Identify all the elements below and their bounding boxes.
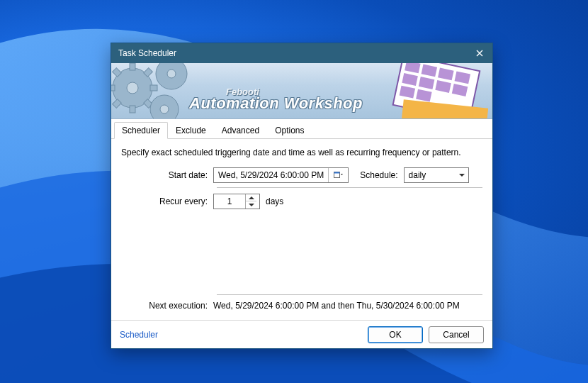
svg-point-11: [167, 70, 176, 78]
calendar-icon: [383, 63, 492, 119]
recur-unit: days: [266, 196, 283, 206]
spin-down-button[interactable]: [246, 201, 256, 209]
brand-text: Febooti Automation Workshop: [189, 87, 363, 113]
schedule-label: Schedule:: [360, 170, 397, 180]
tab-exclude[interactable]: Exclude: [168, 122, 214, 139]
cancel-button[interactable]: Cancel: [429, 326, 484, 343]
help-link[interactable]: Scheduler: [120, 330, 158, 340]
next-execution-label: Next execution:: [121, 301, 213, 311]
dialog-footer: Scheduler OK Cancel: [111, 320, 492, 348]
next-execution-row: Next execution: Wed, 5/29/2024 6:00:00 P…: [121, 301, 482, 311]
tab-scheduler[interactable]: Scheduler: [114, 122, 168, 139]
dialog-banner: Febooti Automation Workshop: [111, 63, 492, 119]
task-scheduler-dialog: Task Scheduler: [111, 43, 493, 349]
start-date-label: Start date:: [121, 170, 213, 180]
ok-button[interactable]: OK: [368, 326, 423, 343]
schedule-combo[interactable]: daily: [404, 167, 469, 183]
recur-spinner[interactable]: [213, 194, 260, 209]
svg-point-13: [160, 105, 169, 113]
start-date-picker[interactable]: Wed, 5/29/2024 6:00:00 PM: [213, 167, 349, 183]
calendar-dropdown-icon: [334, 171, 344, 179]
chevron-down-icon: [249, 204, 254, 206]
recur-label: Recur every:: [121, 196, 213, 206]
close-icon: [476, 50, 483, 57]
start-date-row: Start date: Wed, 5/29/2024 6:00:00 PM Sc…: [121, 167, 482, 183]
svg-point-1: [127, 82, 138, 94]
svg-rect-3: [130, 106, 135, 113]
separator: [217, 187, 482, 188]
tab-content: Specify exact scheduled triggering date …: [111, 139, 492, 315]
svg-rect-4: [111, 85, 115, 91]
date-dropdown-button[interactable]: [328, 168, 348, 182]
chevron-up-icon: [249, 196, 254, 199]
recur-input[interactable]: [214, 196, 245, 206]
spacer: [121, 213, 482, 292]
tab-advanced[interactable]: Advanced: [214, 122, 267, 139]
tab-options[interactable]: Options: [267, 122, 312, 139]
separator: [217, 294, 482, 295]
svg-rect-5: [150, 85, 157, 91]
svg-rect-27: [334, 172, 339, 174]
start-date-value[interactable]: Wed, 5/29/2024 6:00:00 PM: [214, 170, 328, 180]
tab-description: Specify exact scheduled triggering date …: [121, 148, 482, 157]
next-execution-value: Wed, 5/29/2024 6:00:00 PM and then Thu, …: [213, 301, 460, 311]
close-button[interactable]: [471, 46, 488, 60]
schedule-value: daily: [405, 170, 456, 180]
spin-up-button[interactable]: [246, 194, 256, 201]
tab-strip: Scheduler Exclude Advanced Options: [111, 119, 492, 139]
recur-row: Recur every: days: [121, 194, 482, 209]
chevron-down-icon: [456, 174, 468, 177]
window-title: Task Scheduler: [118, 48, 471, 58]
svg-rect-2: [130, 63, 135, 70]
brand-big: Automation Workshop: [189, 94, 363, 113]
titlebar[interactable]: Task Scheduler: [111, 43, 492, 63]
